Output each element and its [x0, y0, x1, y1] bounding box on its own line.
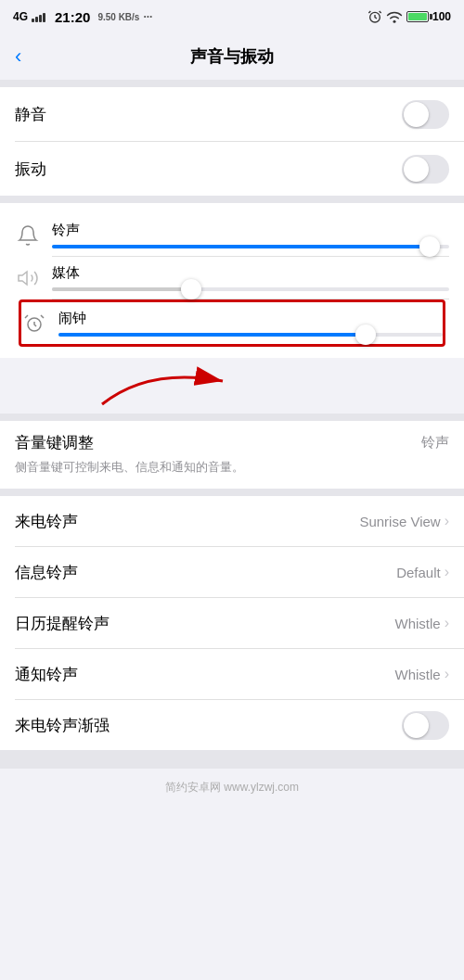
- ringtone-icon: [15, 223, 41, 248]
- slider-section: 铃声 媒体: [0, 203, 464, 358]
- svg-marker-1: [19, 272, 27, 285]
- watermark: 简约安卓网 www.ylzwj.com: [0, 769, 464, 807]
- alarm-slider-wrapper: 闹钟: [58, 310, 443, 337]
- header: ‹ 声音与振动: [0, 33, 464, 80]
- ringtone-fill: [52, 245, 430, 248]
- ringtone-item[interactable]: 来电铃声 Sunrise View ›: [0, 496, 464, 546]
- alarm-thumb[interactable]: [355, 325, 376, 345]
- notification-tone-chevron-icon: ›: [445, 666, 449, 682]
- ringtone-fade-toggle[interactable]: [402, 711, 449, 740]
- alarm-label: 闹钟: [58, 310, 443, 327]
- media-slider-wrapper: 媒体: [52, 264, 449, 291]
- ringtone-slider-row: 铃声: [15, 214, 449, 256]
- silent-mode-item: 静音: [0, 87, 464, 141]
- message-tone-value: Default: [396, 565, 441, 580]
- media-icon: [15, 265, 41, 291]
- battery-fill: [408, 13, 427, 20]
- dots: ···: [143, 10, 152, 23]
- alarm-icon: [21, 311, 47, 337]
- volume-key-section: 音量键调整 铃声 侧音量键可控制来电、信息和通知的音量。: [0, 421, 464, 489]
- divider-bottom: [0, 750, 464, 769]
- message-tone-chevron-icon: ›: [445, 564, 449, 580]
- media-track[interactable]: [52, 287, 449, 291]
- alarm-slider-row: 闹钟: [21, 302, 443, 344]
- ringtone-fade-label: 来电铃声渐强: [15, 715, 110, 736]
- divider-4: [0, 489, 464, 496]
- status-right: 100: [367, 9, 451, 24]
- calendar-tone-value: Whistle: [394, 616, 440, 631]
- media-fill: [52, 287, 191, 291]
- list-section: 来电铃声 Sunrise View › 信息铃声 Default › 日历提醒铃…: [0, 496, 464, 750]
- vibration-item: 振动: [0, 142, 464, 196]
- notification-tone-right: Whistle ›: [394, 666, 449, 682]
- divider-1: [0, 80, 464, 87]
- notification-tone-value: Whistle: [394, 667, 440, 682]
- ringtone-track[interactable]: [52, 245, 449, 248]
- ringtone-item-label: 来电铃声: [15, 511, 78, 532]
- media-label: 媒体: [52, 264, 449, 282]
- battery-icon: [406, 11, 429, 22]
- network-speed: 9.50 KB/s: [97, 12, 139, 22]
- alarm-fill: [58, 333, 366, 337]
- ringtone-fade-thumb: [404, 713, 429, 738]
- page-title: 声音与振动: [190, 45, 274, 68]
- ringtone-item-right: Sunrise View ›: [359, 513, 449, 529]
- volume-key-row: 音量键调整 铃声: [15, 432, 449, 453]
- message-tone-right: Default ›: [396, 564, 449, 580]
- volume-key-desc: 侧音量键可控制来电、信息和通知的音量。: [15, 459, 449, 476]
- vibration-thumb: [404, 157, 429, 182]
- volume-key-label: 音量键调整: [15, 432, 94, 453]
- alarm-highlight-box: 闹钟: [19, 299, 445, 347]
- battery-text: 100: [432, 10, 451, 23]
- ringtone-chevron-icon: ›: [445, 513, 449, 529]
- wifi-icon: [386, 10, 403, 23]
- silent-mode-section: 静音 振动: [0, 87, 464, 196]
- message-tone-label: 信息铃声: [15, 562, 78, 583]
- calendar-tone-label: 日历提醒铃声: [15, 613, 110, 634]
- media-thumb[interactable]: [181, 279, 201, 299]
- silent-mode-label: 静音: [15, 104, 46, 125]
- alarm-status-icon: [367, 9, 382, 24]
- arrow-annotation: [0, 358, 464, 414]
- watermark-text: 简约安卓网 www.ylzwj.com: [165, 781, 299, 794]
- volume-key-value: 铃声: [421, 434, 449, 452]
- message-tone-item[interactable]: 信息铃声 Default ›: [0, 547, 464, 597]
- network-type: 4G: [13, 10, 28, 23]
- divider-2: [0, 196, 464, 203]
- calendar-tone-right: Whistle ›: [394, 615, 449, 631]
- silent-mode-toggle[interactable]: [402, 100, 449, 129]
- calendar-tone-chevron-icon: ›: [445, 615, 449, 631]
- vibration-toggle[interactable]: [402, 155, 449, 184]
- notification-tone-item[interactable]: 通知铃声 Whistle ›: [0, 649, 464, 699]
- ringtone-label: 铃声: [52, 222, 449, 239]
- divider-3: [0, 414, 464, 421]
- ringtone-thumb[interactable]: [419, 236, 440, 257]
- status-left: 4G 21:20 9.50 KB/s ···: [13, 9, 152, 25]
- signal-bars: [32, 11, 45, 22]
- back-button[interactable]: ‹: [15, 45, 21, 69]
- time: 21:20: [55, 9, 90, 25]
- alarm-track[interactable]: [58, 333, 443, 337]
- notification-tone-label: 通知铃声: [15, 664, 78, 685]
- media-slider-row: 媒体: [15, 257, 449, 299]
- status-bar: 4G 21:20 9.50 KB/s ··· 100: [0, 0, 464, 33]
- silent-mode-thumb: [404, 102, 429, 127]
- ringtone-fade-item: 来电铃声渐强: [0, 700, 464, 750]
- calendar-tone-item[interactable]: 日历提醒铃声 Whistle ›: [0, 598, 464, 648]
- vibration-label: 振动: [15, 159, 46, 180]
- ringtone-item-value: Sunrise View: [359, 514, 440, 529]
- red-arrow-svg: [74, 349, 260, 414]
- ringtone-slider-wrapper: 铃声: [52, 222, 449, 248]
